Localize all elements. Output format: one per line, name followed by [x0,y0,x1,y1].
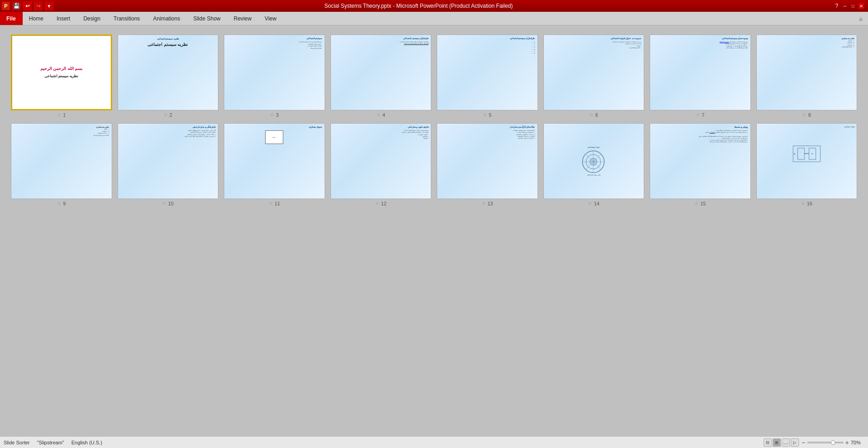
slide-number-row-7: ☆ 7 [696,112,705,118]
slide-number-14: 14 [594,201,599,206]
slide-thumb-4[interactable]: طرفداران سیستم اجتماعی چالش‌ها - طرفدارا… [330,35,432,110]
tab-review[interactable]: Review [227,12,258,25]
slide-star-7[interactable]: ☆ [696,112,700,117]
maximize-button[interactable]: □ [850,3,856,9]
slide-thumb-2[interactable]: نظریه سیستم اجتماعی نظریه سیستم اجتماعی [118,35,219,110]
slide-thumb-9[interactable]: عناصر بعد هنجاری: ۱ - الگو ۲ - اجتماعی ۳… [11,123,112,199]
slideshow-view-button[interactable]: ▷ [791,438,799,447]
slide-number-row-3: ☆ 3 [270,112,279,118]
slide-thumb-1[interactable]: بسم الله الرحمن الرحیم نظریه سیستم اجتما… [11,35,112,110]
slide-thumb-12[interactable]: تعاریف قوی و سازمانی مجموعه‌ای از اجزاء،… [330,123,432,199]
slide-thumb-16[interactable]: نمودار معداری: A B [756,123,858,199]
slide-thumb-11[interactable]: نمودار معداری: نمودار [224,123,325,199]
slide-number-9: 9 [63,201,66,206]
tab-design[interactable]: Design [77,12,107,25]
slide-number-13: 13 [488,201,493,206]
slide-number-row-13: ☆ 13 [482,201,493,206]
tab-transitions[interactable]: Transitions [107,12,147,25]
slide-thumb-14[interactable]: نمودار بهینه‌سازی نظریه بهینه‌سازی کارکر… [543,123,645,199]
quick-access-toolbar: P 💾 ↩ ↪ ▼ [2,1,54,10]
slide-star-5[interactable]: ☆ [483,112,487,117]
slide-content-1: بسم الله الرحمن الرحیم نظریه سیستم اجتما… [12,36,111,109]
slide-container-10: یکپارچگی و سازمان‌دهی اگر توانی مقابل با… [118,123,219,206]
slide-star-14[interactable]: ☆ [588,201,592,206]
slide-star-4[interactable]: ☆ [376,112,380,117]
tab-slideshow[interactable]: Slide Show [187,12,227,25]
status-right: ⊟ ⊞ 📖 ▷ − + 70% [764,438,864,447]
slide-star-8[interactable]: ☆ [802,112,806,117]
zoom-controls: − + 70% [802,439,864,446]
slide-container-13: ملاک‌های کارآمدی سازمان ملاک‌هایی که برا… [437,123,538,206]
window-controls: ? ─ □ ✕ [833,3,864,9]
zoom-in-button[interactable]: + [845,439,849,446]
title-bar: P 💾 ↩ ↪ ▼ Social Systems Theory.pptx - M… [0,0,868,12]
slide-number-3: 3 [276,112,279,118]
slide-content-14: نمودار بهینه‌سازی نظریه بهینه‌سازی کارکر… [544,124,644,199]
slide-content-5: طرفداران سیستم اجتماعی ۱ - ... ۲ - ... ۳… [437,35,538,110]
slide-star-6[interactable]: ☆ [589,112,593,117]
reading-view-button[interactable]: 📖 [782,438,790,447]
slide-number-6: 6 [595,112,598,118]
slide-star-12[interactable]: ☆ [375,201,379,206]
slide-content-9: عناصر بعد هنجاری: ۱ - الگو ۲ - اجتماعی ۳… [11,124,112,199]
slide-star-10[interactable]: ☆ [162,201,166,206]
slide-container-16: نمودار معداری: A B ☆ 16 [756,123,858,206]
slide-star-15[interactable]: ☆ [695,201,699,206]
slide-container-15: پویایی و محیط: پرداختن به مباحث اجتماعی … [650,123,751,206]
slide-content-12: تعاریف قوی و سازمانی مجموعه‌ای از اجزاء،… [331,124,431,199]
tab-view[interactable]: View [258,12,283,25]
ribbon-expand[interactable]: ▲ [853,15,868,23]
save-button[interactable]: 💾 [12,1,21,10]
tab-home[interactable]: Home [23,12,50,25]
slide-number-row-5: ☆ 5 [483,112,492,118]
slide-number-row-10: ☆ 10 [162,201,173,206]
help-icon[interactable]: ? [833,3,840,9]
slide-number-2: 2 [169,112,172,118]
zoom-slider[interactable] [807,442,843,443]
slide-star-11[interactable]: ☆ [269,201,273,206]
slide-star-1[interactable]: ☆ [57,112,61,117]
slide-thumb-8[interactable]: عناصر بعد هنجاری: ۱ - اهداف ۲ - هنجارها … [756,35,858,110]
minimize-button[interactable]: ─ [842,3,848,9]
undo-button[interactable]: ↩ [23,1,32,10]
status-left: Slide Sorter "Slipstream" English (U.S.) [4,440,102,445]
slide-sorter-area: بسم الله الرحمن الرحیم نظریه سیستم اجتما… [0,25,868,436]
slide-content-16: نمودار معداری: A B [757,124,857,199]
tab-file[interactable]: File [0,12,23,25]
redo-button[interactable]: ↪ [34,1,43,10]
quick-access-more[interactable]: ▼ [44,1,54,10]
slide-content-11: نمودار معداری: نمودار [224,124,325,199]
zoom-level[interactable]: 70% [851,440,864,445]
tab-insert[interactable]: Insert [50,12,77,25]
theme-label: "Slipstream" [37,440,64,445]
normal-view-button[interactable]: ⊟ [764,438,772,447]
slide-number-12: 12 [381,201,386,206]
view-mode-label: Slide Sorter [4,440,30,445]
slide-thumb-13[interactable]: ملاک‌های کارآمدی سازمان ملاک‌هایی که برا… [437,123,538,199]
svg-text:B: B [811,153,813,155]
slide-star-13[interactable]: ☆ [482,201,486,206]
zoom-out-button[interactable]: − [802,439,805,446]
slide-thumb-5[interactable]: طرفداران سیستم اجتماعی ۱ - ... ۲ - ... ۳… [437,35,538,110]
slide-star-3[interactable]: ☆ [270,112,274,117]
slide-container-4: طرفداران سیستم اجتماعی چالش‌ها - طرفدارا… [330,35,432,118]
slide-number-row-15: ☆ 15 [695,201,706,206]
slide-container-7: وجوه تمایز سیستم اجتماعی در سیستم اجتماع… [650,35,751,118]
tab-animations[interactable]: Animations [147,12,187,25]
svg-rect-8 [798,148,804,159]
slide-content-6: مدیریت به عنوان فرایند اجتماعی مدیریت اج… [544,35,644,110]
slide-star-2[interactable]: ☆ [163,112,168,117]
slide-thumb-7[interactable]: وجوه تمایز سیستم اجتماعی در سیستم اجتماع… [650,35,751,110]
slide-content-4: طرفداران سیستم اجتماعی چالش‌ها - طرفدارا… [331,35,431,110]
slide-container-12: تعاریف قوی و سازمانی مجموعه‌ای از اجزاء،… [330,123,432,206]
slide-number-10: 10 [168,201,173,206]
close-button[interactable]: ✕ [858,3,864,9]
slide-star-9[interactable]: ☆ [57,201,61,206]
slide-sorter-button[interactable]: ⊞ [773,438,781,447]
slide-thumb-10[interactable]: یکپارچگی و سازمان‌دهی اگر توانی مقابل با… [118,123,219,199]
slide-thumb-3[interactable]: سیستم اجتماعی سیستم اجتماعی یک سیستم است… [224,35,325,110]
slide-thumb-15[interactable]: پویایی و محیط: پرداختن به مباحث اجتماعی … [650,123,751,199]
slide-thumb-6[interactable]: مدیریت به عنوان فرایند اجتماعی مدیریت اج… [543,35,645,110]
status-bar: Slide Sorter "Slipstream" English (U.S.)… [0,436,868,448]
slide-star-16[interactable]: ☆ [801,201,805,206]
